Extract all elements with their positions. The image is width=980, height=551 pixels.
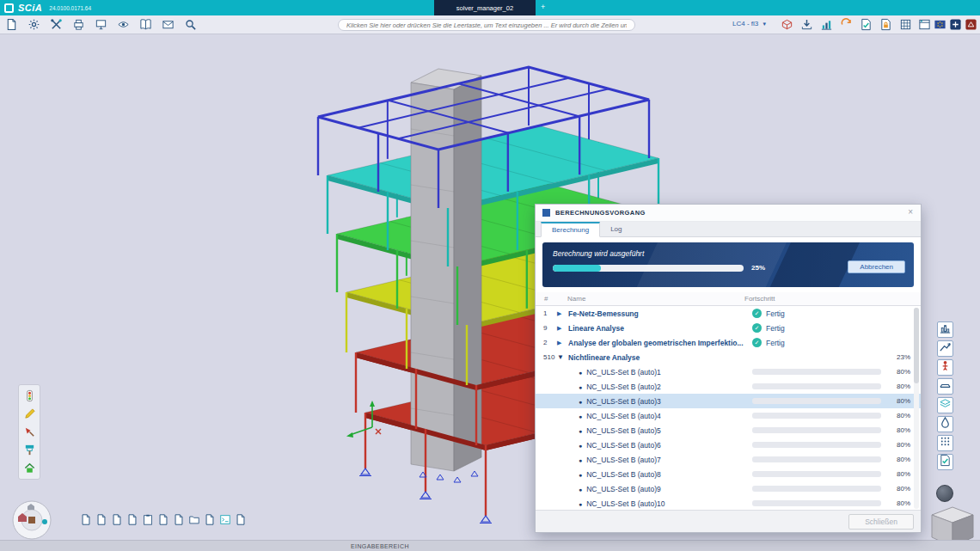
progress-percent: 80% xyxy=(881,383,910,390)
expand-icon[interactable]: ▶ xyxy=(557,325,568,332)
library-book-icon[interactable] xyxy=(139,18,152,31)
expand-icon[interactable]: ▶ xyxy=(557,310,568,317)
done-check-icon: ✓ xyxy=(752,323,762,333)
collapse-icon[interactable]: ▼ xyxy=(557,353,568,361)
toolbar-far-right-group xyxy=(918,18,977,31)
refresh-icon[interactable] xyxy=(840,18,853,31)
table-grid-icon[interactable] xyxy=(899,18,912,31)
result-chart-icon[interactable] xyxy=(820,18,833,31)
calculation-dialog: BERECHNUNGSVORGANG × Berechnung Log Bere… xyxy=(535,204,922,533)
progress-percent: 80% xyxy=(881,470,910,478)
chart-columns-button[interactable] xyxy=(937,321,953,338)
document-check-icon[interactable] xyxy=(860,18,873,31)
navigation-wheel-graphic xyxy=(11,499,52,541)
task-name: ●NC_ULS-Set B (auto)7 xyxy=(568,456,752,464)
document-chart-icon[interactable] xyxy=(157,513,169,526)
dialog-titlebar[interactable]: BERECHNUNGSVORGANG × xyxy=(536,205,921,222)
traffic-light-icon[interactable] xyxy=(23,389,36,402)
task-progress: 80% xyxy=(752,485,921,493)
task-row[interactable]: ●NC_ULS-Set B (auto)480% xyxy=(536,408,921,423)
tools-icon[interactable] xyxy=(50,18,63,31)
command-line-input[interactable] xyxy=(338,19,635,31)
window-app-icon[interactable] xyxy=(918,18,931,31)
document-lock-icon[interactable] xyxy=(879,18,892,31)
new-tab-button[interactable]: + xyxy=(541,3,545,11)
task-row[interactable]: ●NC_ULS-Set B (auto)280% xyxy=(536,379,921,394)
folder-icon[interactable] xyxy=(188,513,200,526)
project-settings-icon[interactable] xyxy=(28,18,40,31)
new-document-icon[interactable] xyxy=(5,18,18,31)
cancel-button[interactable]: Abbrechen xyxy=(848,260,905,273)
task-row[interactable]: ●NC_ULS-Set B (auto)780% xyxy=(536,452,921,467)
document-pen-icon[interactable] xyxy=(173,513,185,526)
task-row[interactable]: ●NC_ULS-Set B (auto)880% xyxy=(536,467,921,481)
progress-bar xyxy=(752,383,881,389)
document-list-icon[interactable] xyxy=(126,513,138,526)
task-row[interactable]: ●NC_ULS-Set B (auto)180% xyxy=(536,364,921,379)
task-row[interactable]: ●NC_ULS-Set B (auto)580% xyxy=(536,423,921,438)
tab-berechnung[interactable]: Berechnung xyxy=(541,222,600,237)
navigation-wheel[interactable] xyxy=(11,499,52,541)
house-icon[interactable] xyxy=(23,462,36,474)
task-name: Analyse der globalen geometrischen Imper… xyxy=(568,339,752,347)
task-row[interactable]: ●NC_ULS-Set B (auto)380% xyxy=(536,394,921,408)
grid-points-icon xyxy=(939,435,952,451)
task-row[interactable]: ●NC_ULS-Set B (auto)1080% xyxy=(536,496,921,511)
document-box-icon[interactable] xyxy=(204,513,216,526)
material-drop-button[interactable] xyxy=(937,416,953,432)
scrollbar[interactable] xyxy=(914,308,919,509)
pencil-icon[interactable] xyxy=(23,407,36,420)
progress-banner: Berechnung wird ausgeführt 25% Abbrechen xyxy=(542,242,914,287)
status-label: Fertig xyxy=(766,324,785,333)
document-tab-label: solver_manager_02 xyxy=(456,4,513,12)
brush-icon[interactable] xyxy=(23,444,36,456)
bullet-icon: ● xyxy=(579,399,582,405)
chart-export-button[interactable] xyxy=(937,340,953,357)
progress-percent: 80% xyxy=(881,499,910,507)
screen-icon[interactable] xyxy=(235,513,247,526)
navy-app-icon[interactable] xyxy=(949,18,962,31)
tab-log[interactable]: Log xyxy=(600,222,632,236)
load-case-selector[interactable]: LC4 - fl3 ▼ xyxy=(732,20,767,28)
task-progress: 23% xyxy=(752,353,921,361)
task-row[interactable]: ●NC_ULS-Set B (auto)980% xyxy=(536,481,921,496)
close-button[interactable]: Schließen xyxy=(848,514,914,530)
progress-percent: 80% xyxy=(881,441,910,449)
new-document-icon[interactable] xyxy=(80,513,92,526)
beam-button[interactable] xyxy=(937,378,953,395)
search-icon[interactable] xyxy=(184,18,197,31)
overall-progress-bar xyxy=(553,265,744,272)
load-person-button[interactable] xyxy=(937,359,953,376)
document-check-button[interactable] xyxy=(937,454,953,470)
grid-points-button[interactable] xyxy=(937,435,953,451)
task-row[interactable]: 510▼Nichtlineare Analyse23% xyxy=(536,350,921,364)
red-app-icon[interactable] xyxy=(965,18,977,31)
mail-icon[interactable] xyxy=(162,18,175,31)
export-download-icon[interactable] xyxy=(800,18,813,31)
brand-name: SCiA xyxy=(18,3,42,13)
display-icon[interactable] xyxy=(95,18,107,31)
trowel-icon[interactable] xyxy=(23,425,36,438)
visibility-eye-icon[interactable] xyxy=(117,18,130,31)
scrollbar-thumb[interactable] xyxy=(914,308,919,383)
view-sphere-button[interactable] xyxy=(936,485,953,502)
storey-box-icon[interactable] xyxy=(781,18,793,31)
terminal-icon[interactable] xyxy=(219,513,231,526)
layers-button[interactable] xyxy=(937,397,953,413)
task-progress: 80% xyxy=(752,441,921,449)
task-row[interactable]: ●NC_ULS-Set B (auto)680% xyxy=(536,438,921,452)
clipboard-icon[interactable] xyxy=(142,513,154,526)
task-row[interactable]: 2▶Analyse der globalen geometrischen Imp… xyxy=(536,335,921,350)
printer-icon[interactable] xyxy=(72,18,85,31)
document-table-icon[interactable] xyxy=(95,513,107,526)
task-row[interactable]: 9▶Lineare Analyse✓Fertig xyxy=(536,321,921,335)
document-tab[interactable]: solver_manager_02 xyxy=(434,0,536,15)
statusbar: EINGABEBEREICH xyxy=(0,540,980,551)
expand-icon[interactable]: ▶ xyxy=(557,340,568,346)
eu-flag-icon[interactable] xyxy=(934,18,946,31)
document-columns-icon[interactable] xyxy=(111,513,123,526)
progress-bar xyxy=(752,471,881,477)
close-icon[interactable]: × xyxy=(908,208,913,217)
app-version: 24.0100.0171.64 xyxy=(49,5,91,11)
task-row[interactable]: 1▶Fe-Netz-Bemessung✓Fertig xyxy=(536,306,921,321)
